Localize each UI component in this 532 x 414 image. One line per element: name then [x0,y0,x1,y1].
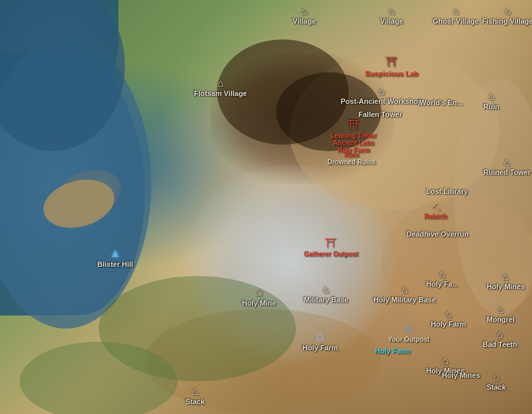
label-village-top2: ⌂ Village [380,5,403,25]
label-post-ancient-workshop: ⌂ Flotsam Village [194,78,247,97]
label-holy-farm-right: ⌂ Ruined Tower [483,156,531,176]
label-burns-tower: ⌂ Post-Ancient Workshop [341,85,422,105]
label-village-top: ⌂ Village [293,5,316,25]
label-deadhive-overrun: ⛩ Gatherer Outpost [304,237,358,258]
label-ruined-tower: Ruin Drowned Ruins [327,151,375,166]
label-holy-mines-det: ⌂ Bad Teeth [483,329,517,348]
label-holy-farm-bl: ⌂ Holy Mines [487,271,525,290]
label-rebirth: Deadhive Overrun [406,230,469,238]
label-flotsam-village: World's En... [420,99,463,106]
label-ghost-village: ⌂ Ghost Village [433,5,479,25]
label-gatherer-outpost: ▲ Blister Hill [97,246,133,268]
label-worlds-end: ⌂ Ruin [483,91,499,110]
label-stack: ⌂ Stack [185,386,205,405]
label-fishing-village: ⌂ Fishing Village [482,5,532,25]
label-holy-farm-mid: ⌂ Your Outpost [388,322,429,343]
label-drowned-ruins: Lost Library [426,187,468,195]
label-your-outpost: Holy Farm [375,347,410,355]
label-mongrel: ⌂ Holy Mine [242,284,276,307]
label-lost-library: ⛏ Rebirth [424,202,447,220]
label-holy-mines-top: ⌂ Mongrel [487,304,515,323]
label-suspicious-lab: ⛩ Suspicious Lab [365,56,418,78]
label-fallen-tower: ⛩ Leaning Tower Ancient Labs Holy Farm [331,118,377,154]
label-holy-mine-mid: ⌂ Military Base [304,284,349,304]
label-holy-farm-det1: ⌂ Holy Farm [431,308,466,328]
label-ruin1: Fallen Tower [358,110,402,118]
label-holy-military-base: ⌂ Holy Farm [302,329,338,352]
label-bad-teeth: Holy Mines [442,371,480,379]
map-container: ⌂ Village ⌂ Village ⌂ Ghost Village ⌂ Fi… [0,0,532,414]
label-holy-mines-bot: ⌂ Stack [487,371,506,391]
label-military-base: ⌂ Holy Military Base [374,284,436,304]
